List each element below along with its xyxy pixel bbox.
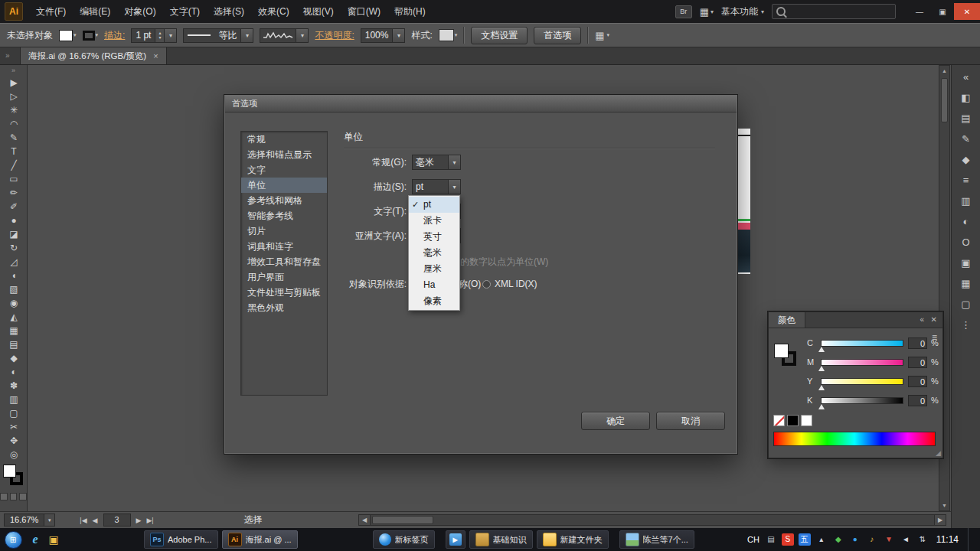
unit-option-inches[interactable]: 英寸 [409, 229, 459, 245]
slider-thumb[interactable] [818, 347, 825, 352]
prefs-category-smart-guides[interactable]: 智能参考线 [241, 208, 327, 223]
menu-item-object[interactable]: 对象(O) [117, 0, 162, 23]
color-panel-icon[interactable]: ◧ [952, 87, 980, 108]
collapse-panel-icon[interactable]: « [920, 315, 924, 324]
align-panel-icon[interactable]: ⋮ [952, 315, 980, 335]
black-swatch[interactable] [787, 415, 799, 426]
ie-quicklaunch-icon[interactable]: e [26, 533, 44, 546]
rotate-tool-icon[interactable]: ↻ [0, 241, 28, 255]
prefs-category-hyphenation[interactable]: 词典和连字 [241, 239, 327, 254]
cyan-slider[interactable] [821, 340, 903, 347]
yellow-slider[interactable] [821, 378, 903, 385]
graphic-styles-panel-icon[interactable]: ▣ [952, 253, 980, 273]
taskbar-item-photos[interactable]: 陈兰等7个... [619, 530, 694, 549]
last-artboard-button[interactable]: ▶| [146, 517, 153, 524]
opacity-panel-link[interactable]: 不透明度: [315, 29, 354, 42]
black-slider[interactable] [821, 397, 903, 404]
zoom-tool-icon[interactable]: ◎ [0, 448, 28, 461]
unit-option-millimeters[interactable]: 毫米 [409, 245, 459, 261]
unit-option-pt[interactable]: ✓ pt [409, 197, 459, 213]
fill-proxy-swatch[interactable] [774, 344, 789, 358]
hidden-icons-icon[interactable]: ▴ [815, 533, 828, 546]
clock[interactable]: 11:14 [936, 534, 959, 545]
cyan-value-field[interactable]: 0 [908, 337, 927, 349]
pencil-tool-icon[interactable]: ✐ [0, 200, 28, 214]
messenger-icon[interactable]: ● [849, 533, 861, 546]
stroke-panel-link[interactable]: 描边: [104, 29, 125, 42]
magic-wand-tool-icon[interactable]: ✳ [0, 103, 28, 117]
scroll-left-icon[interactable]: ◀ [359, 515, 371, 525]
brushes-panel-icon[interactable]: ✎ [952, 129, 980, 149]
stroke-units-dropdown[interactable]: pt ▾ [412, 179, 461, 194]
lasso-tool-icon[interactable]: ◠ [0, 117, 28, 131]
tab-close-icon[interactable]: × [153, 51, 158, 60]
swatches-panel-icon[interactable]: ▤ [952, 108, 980, 129]
yellow-value-field[interactable]: 0 [908, 376, 927, 387]
ime-mode-icon[interactable]: 五 [799, 533, 811, 546]
stroke-weight-spinner[interactable]: ▴ ▾ [155, 29, 164, 42]
magenta-value-field[interactable]: 0 [908, 357, 927, 368]
appearance-panel-icon[interactable]: O [952, 232, 980, 253]
explorer-quicklaunch-icon[interactable]: ▣ [44, 533, 63, 546]
direct-selection-tool-icon[interactable]: ▷ [0, 90, 28, 103]
taskbar-item-newtab[interactable]: 新标签页 [373, 530, 435, 549]
blend-tool-icon[interactable]: ◐ [0, 365, 28, 379]
preferences-button[interactable]: 首选项 [534, 27, 581, 44]
stroke-color-control[interactable]: ▾ [83, 31, 99, 41]
eraser-tool-icon[interactable]: ◪ [0, 227, 28, 241]
stroke-weight-field[interactable]: 1 pt ▴ ▾ ▾ [131, 28, 177, 43]
slider-thumb[interactable] [818, 366, 825, 371]
variable-width-profile-dropdown[interactable]: 等比 ▾ [183, 28, 253, 43]
prefs-category-black-appearance[interactable]: 黑色外观 [241, 300, 327, 315]
menu-item-file[interactable]: 文件(F) [29, 0, 73, 23]
collapse-tools-icon[interactable]: » [0, 65, 27, 76]
menu-item-help[interactable]: 帮助(H) [387, 0, 433, 23]
none-swatch[interactable] [773, 415, 785, 426]
taskbar-item-folder[interactable]: 新建文件夹 [537, 530, 609, 549]
prefs-category-user-interface[interactable]: 用户界面 [241, 269, 327, 285]
mesh-tool-icon[interactable]: ▦ [0, 324, 28, 337]
column-graph-tool-icon[interactable]: ▥ [0, 393, 28, 406]
search-box[interactable] [772, 4, 896, 19]
close-panel-icon[interactable]: ✕ [931, 315, 937, 324]
symbol-sprayer-tool-icon[interactable]: ✽ [0, 379, 28, 393]
menu-item-type[interactable]: 文字(T) [163, 0, 207, 23]
unit-option-pixels[interactable]: 像素 [409, 293, 459, 309]
close-button[interactable]: ✕ [954, 3, 980, 20]
music-icon[interactable]: ♪ [866, 533, 878, 546]
selection-tool-icon[interactable]: ▶ [0, 76, 28, 90]
resize-grip-icon[interactable]: ◢ [936, 449, 941, 457]
fill-stroke-selector[interactable] [0, 463, 27, 491]
download-icon[interactable]: ▼ [883, 533, 895, 546]
sogou-input-icon[interactable]: S [782, 533, 794, 546]
scroll-down-icon[interactable]: ▼ [939, 500, 949, 510]
slider-thumb[interactable] [818, 385, 825, 390]
layers-panel-icon[interactable]: ▦ [952, 273, 980, 294]
taskbar-item-photoshop[interactable]: Ps Adobe Ph... [144, 530, 218, 549]
stroke-weight-dropdown-button[interactable]: ▾ [164, 29, 176, 42]
zoom-level-dropdown[interactable]: 16.67% ▾ [4, 514, 55, 527]
symbols-panel-icon[interactable]: ◆ [952, 149, 980, 170]
prefs-category-plugins-scratch[interactable]: 增效工具和暂存盘 [241, 254, 327, 269]
blob-brush-tool-icon[interactable]: ● [0, 214, 28, 227]
unit-option-centimeters[interactable]: 厘米 [409, 261, 459, 277]
slice-tool-icon[interactable]: ✂ [0, 420, 28, 434]
ok-button[interactable]: 确定 [581, 412, 650, 430]
minimize-button[interactable]: — [908, 3, 931, 20]
free-transform-tool-icon[interactable]: ▧ [0, 282, 28, 296]
security-icon[interactable]: ◆ [832, 533, 844, 546]
brush-definition-dropdown[interactable]: ▾ [260, 28, 309, 43]
first-artboard-button[interactable]: |◀ [80, 517, 87, 524]
taskbar-item-illustrator[interactable]: Ai 海报.ai @ ... [222, 530, 298, 549]
document-setup-button[interactable]: 文档设置 [471, 27, 528, 44]
artboards-panel-icon[interactable]: ▢ [952, 294, 980, 315]
radio-button-icon[interactable] [482, 280, 491, 289]
color-spectrum-bar[interactable] [773, 432, 936, 446]
style-dropdown[interactable]: ▾ [439, 29, 458, 41]
gradient-panel-icon[interactable]: ▥ [952, 191, 980, 211]
line-segment-tool-icon[interactable]: ╱ [0, 158, 28, 172]
perspective-grid-tool-icon[interactable]: ◭ [0, 310, 28, 324]
fill-swatch[interactable] [3, 465, 16, 478]
volume-icon[interactable]: ◄ [900, 533, 912, 546]
horizontal-scrollbar-thumb[interactable] [372, 516, 433, 524]
